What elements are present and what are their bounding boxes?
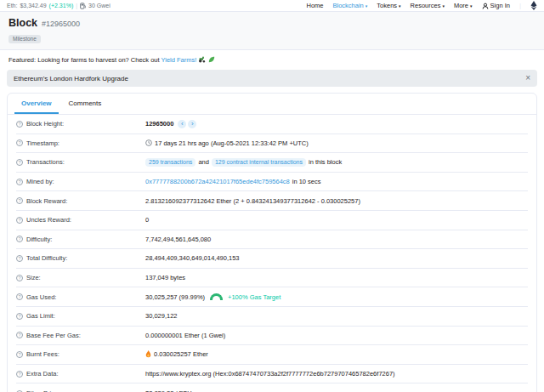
row-value: 28,494,409,340,649,014,490,153 bbox=[145, 254, 240, 262]
nav-item-label: Tokens bbox=[377, 2, 397, 9]
row-value: 2.813216092377312642 Ether (2 + 0.843241… bbox=[145, 197, 360, 205]
clock-icon bbox=[145, 139, 152, 146]
value-text: in 10 secs bbox=[292, 178, 321, 185]
nav-item-home[interactable]: Home bbox=[306, 2, 323, 9]
nav-item-blockchain[interactable]: Blockchain▾ bbox=[333, 2, 368, 9]
page-title: Block bbox=[8, 17, 37, 29]
chevron-down-icon: ▾ bbox=[399, 3, 401, 9]
row-block-reward: ?Block Reward:2.813216092377312642 Ether… bbox=[16, 191, 528, 211]
nav-item-more[interactable]: More▾ bbox=[454, 2, 473, 9]
row-label: ?Uncles Reward: bbox=[16, 216, 145, 224]
help-icon[interactable]: ? bbox=[16, 275, 23, 281]
nav-item-label: Home bbox=[306, 2, 323, 9]
london-hardfork-banner[interactable]: Ethereum's London Hardfork Upgrade × bbox=[7, 70, 537, 87]
value-text: 0 bbox=[145, 216, 149, 224]
row-base-fee-per-gas: ?Base Fee Per Gas:0.000000001 Ether (1 G… bbox=[16, 327, 528, 346]
featured-text: Featured: Looking for farms to harvest o… bbox=[8, 56, 162, 64]
row-gas-used: ?Gas Used:30,025,257 (99.99%)+100% Gas T… bbox=[16, 287, 528, 307]
value-text: 12965000 bbox=[145, 120, 173, 128]
row-size: ?Size:137,049 bytes bbox=[16, 269, 528, 288]
row-label-text: Timestamp: bbox=[26, 139, 60, 147]
row-label-text: Mined by: bbox=[26, 178, 54, 185]
row-label: ?Gas Limit: bbox=[16, 312, 145, 320]
value-text: 0.000000001 Ether (1 Gwei) bbox=[145, 332, 225, 339]
page-header: Block #12965000 Milestone bbox=[0, 12, 544, 50]
leaf-icon bbox=[208, 56, 215, 63]
gas-pump-icon bbox=[80, 3, 86, 9]
value-text: 137,049 bytes bbox=[145, 274, 185, 281]
help-icon[interactable]: ? bbox=[16, 179, 23, 185]
chevron-down-icon: ▾ bbox=[442, 3, 445, 9]
help-icon[interactable]: ? bbox=[16, 159, 23, 166]
row-value: 7,742,494,561,645,080 bbox=[145, 236, 211, 243]
row-difficulty: ?Difficulty:7,742,494,561,645,080 bbox=[16, 230, 528, 250]
nav-item-label: Blockchain bbox=[333, 2, 364, 9]
nav-item-resources[interactable]: Resources▾ bbox=[411, 2, 445, 9]
row-label: ?Burnt Fees: bbox=[16, 350, 145, 358]
close-icon[interactable]: × bbox=[525, 74, 530, 82]
help-icon[interactable]: ? bbox=[16, 371, 23, 378]
row-label: ?Difficulty: bbox=[16, 236, 145, 243]
value-text: 7,742,494,561,645,080 bbox=[145, 236, 211, 243]
row-value: https://www.kryptex.org (Hex:0x687474707… bbox=[145, 370, 395, 378]
next-block-button[interactable]: › bbox=[188, 120, 196, 128]
ethereum-network-icon[interactable] bbox=[530, 1, 537, 10]
tab-comments[interactable]: Comments bbox=[62, 94, 109, 114]
row-label-text: Size: bbox=[26, 274, 41, 281]
main-nav: HomeBlockchain▾Tokens▾Resources▾More▾ Si… bbox=[306, 1, 537, 10]
value-text: https://www.kryptex.org (Hex:0x687474707… bbox=[145, 370, 395, 378]
yield-farms-link[interactable]: Yield Farms! bbox=[162, 56, 197, 64]
nav-item-label: More bbox=[454, 2, 468, 9]
previous-block-button[interactable]: ‹ bbox=[178, 120, 186, 128]
row-transactions: ?Transactions:259 transactionsand129 con… bbox=[16, 153, 528, 173]
row-burnt-fees: ?Burnt Fees:0.030025257 Ether bbox=[16, 345, 528, 365]
banner-title: Ethereum's London Hardfork Upgrade bbox=[14, 75, 128, 82]
sign-in-label: Sign In bbox=[490, 2, 510, 9]
top-bar: Eth: $3,342.49 (+2.31%) | 30 Gwei HomeBl… bbox=[0, 0, 544, 12]
row-value: 12965000‹› bbox=[145, 120, 196, 128]
row-label: ?Gas Used: bbox=[16, 293, 145, 301]
fire-icon bbox=[145, 350, 151, 358]
transactions-pill[interactable]: 259 transactions bbox=[145, 158, 196, 167]
eth-price-value[interactable]: $3,342.49 bbox=[20, 3, 46, 9]
row-label: ?Total Difficulty: bbox=[16, 254, 145, 262]
help-icon[interactable]: ? bbox=[16, 139, 23, 146]
row-value: 137,049 bytes bbox=[145, 274, 185, 281]
row-label-text: Difficulty: bbox=[26, 236, 52, 243]
help-icon[interactable]: ? bbox=[16, 255, 23, 262]
price-gas-strip: Eth: $3,342.49 (+2.31%) | 30 Gwei bbox=[7, 3, 110, 9]
value-text: 17 days 21 hrs ago (Aug-05-2021 12:33:42… bbox=[155, 139, 309, 147]
row-value: 0 bbox=[145, 216, 149, 224]
transactions-pill[interactable]: 129 contract internal transactions bbox=[212, 158, 306, 167]
help-icon[interactable]: ? bbox=[16, 332, 23, 338]
topbar-divider: | bbox=[76, 3, 77, 9]
help-icon[interactable]: ? bbox=[16, 236, 23, 242]
value-text: in this block bbox=[309, 158, 342, 166]
sign-in-button[interactable]: Sign In bbox=[482, 2, 510, 9]
help-icon[interactable]: ? bbox=[16, 351, 23, 358]
row-mined-by: ?Mined by:0x7777788200b672a42421017f65ed… bbox=[16, 173, 528, 192]
value-text: 30,029,122 bbox=[145, 312, 178, 320]
row-label-text: Base Fee Per Gas: bbox=[26, 332, 81, 339]
nav-item-label: Resources bbox=[411, 2, 441, 9]
row-label-text: Gas Used: bbox=[26, 293, 56, 301]
value-text: 28,494,409,340,649,014,490,153 bbox=[145, 254, 240, 262]
gas-target-text: +100% Gas Target bbox=[228, 293, 280, 301]
help-icon[interactable]: ? bbox=[16, 121, 23, 128]
row-total-difficulty: ?Total Difficulty:28,494,409,340,649,014… bbox=[16, 249, 528, 269]
row-label: ?Mined by: bbox=[16, 178, 145, 185]
help-icon[interactable]: ? bbox=[16, 293, 23, 300]
help-icon[interactable]: ? bbox=[16, 313, 23, 320]
tab-overview[interactable]: Overview bbox=[14, 94, 59, 114]
gas-gauge-icon bbox=[210, 293, 223, 300]
chevron-down-icon: ▾ bbox=[366, 3, 368, 9]
featured-strip: Featured: Looking for farms to harvest o… bbox=[0, 50, 544, 64]
nav-item-tokens[interactable]: Tokens▾ bbox=[377, 2, 400, 9]
address-link[interactable]: 0x7777788200b672a42421017f65ede4fc759564… bbox=[145, 178, 290, 185]
help-icon[interactable]: ? bbox=[16, 217, 23, 224]
gas-price-value[interactable]: 30 Gwei bbox=[88, 3, 110, 9]
row-label: ?Transactions: bbox=[16, 158, 145, 166]
help-icon[interactable]: ? bbox=[16, 197, 23, 204]
row-label: ?Base Fee Per Gas: bbox=[16, 332, 145, 339]
row-label-text: Gas Limit: bbox=[26, 312, 55, 320]
